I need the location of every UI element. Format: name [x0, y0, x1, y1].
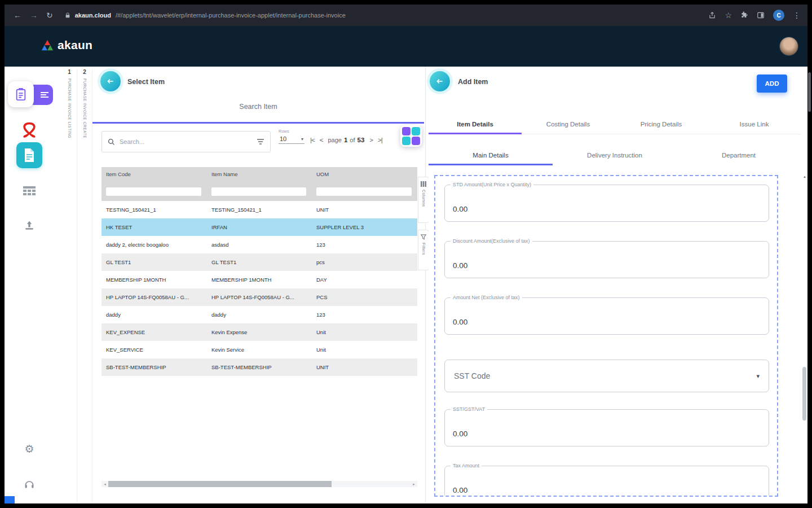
- item-table-row[interactable]: HK TESETIRFANSUPPLER LEVEL 3: [102, 218, 417, 236]
- item-table-row[interactable]: GL TEST1GL TEST1pcs: [102, 253, 417, 271]
- tax-amount-field[interactable]: Tax Amount0.00: [444, 466, 769, 497]
- item-code-cell: HK TESET: [102, 218, 207, 236]
- item-table-row[interactable]: KEV_SERVICEKevin ServiceUnit: [102, 341, 417, 358]
- std-amount-field[interactable]: STD Amount(Unit Price x Quantity)0.00: [444, 185, 769, 222]
- browser-menu-icon[interactable]: ⋮: [793, 11, 801, 19]
- item-name-cell: Kevin Service: [207, 341, 312, 358]
- vertical-scrollbar[interactable]: ▲: [802, 175, 807, 503]
- last-page-button[interactable]: >|: [378, 137, 382, 143]
- item-name-cell: GL TEST1: [207, 253, 312, 271]
- scroll-right-icon[interactable]: ▸: [411, 482, 417, 487]
- subtab-main-details[interactable]: Main Details: [429, 147, 553, 165]
- sidebar-item-table[interactable]: [5, 186, 54, 196]
- grid-view-button[interactable]: [400, 125, 422, 147]
- item-code-cell: SB-TEST-MEMBERSHIP: [102, 358, 207, 376]
- search-input[interactable]: [120, 138, 252, 145]
- extensions-icon[interactable]: [740, 11, 748, 19]
- step-label: PURCHASE INVOICE LISTING: [68, 78, 72, 138]
- tab-item-details[interactable]: Item Details: [429, 116, 522, 134]
- item-table: Item Code Item Name UOM TESTING_150421_1…: [102, 167, 417, 376]
- item-code-cell: MEMBERSHIP 1MONTH: [102, 271, 207, 288]
- field-label: Tax Amount: [451, 463, 482, 468]
- uom-cell: 123: [312, 236, 417, 253]
- item-table-row[interactable]: SB-TEST-MEMBERSHIPSB-TEST-MEMBERSHIPUNIT: [102, 358, 417, 376]
- step-tab-purchase-invoice-create[interactable]: 2 PURCHASE INVOICE CREATE: [77, 69, 92, 503]
- browser-toolbar: ← → ↻ akaun.cloud /#/applets/tnt/wavelet…: [5, 5, 807, 26]
- tab-pricing-details[interactable]: Pricing Details: [615, 116, 708, 134]
- step-tab-purchase-invoice-listing[interactable]: 1 PURCHASE INVOICE LISTING: [62, 69, 77, 503]
- bookmark-star-icon[interactable]: ☆: [725, 11, 732, 19]
- amount-net-field[interactable]: Amount Net (Exclusive of tax)0.00: [444, 297, 769, 335]
- field-label: SST/GST/VAT: [451, 406, 487, 412]
- item-table-row[interactable]: KEV_EXPENSEKevin ExpenseUnit: [102, 323, 417, 341]
- pagination: |< < page 1 of 53 > >|: [310, 137, 382, 143]
- page-scrollbar-thumb[interactable]: [808, 72, 811, 112]
- filters-tab[interactable]: Filters: [418, 230, 429, 270]
- user-avatar[interactable]: [779, 37, 798, 56]
- sst-gst-vat-field[interactable]: SST/GST/VAT0.00: [444, 409, 769, 446]
- clipboard-applet-card[interactable]: [8, 81, 34, 107]
- subtab-delivery-instruction[interactable]: Delivery Instruction: [553, 147, 677, 165]
- first-page-button[interactable]: |<: [310, 137, 315, 143]
- item-search-box[interactable]: [102, 131, 271, 152]
- sidebar-item-document[interactable]: [5, 142, 54, 168]
- header-item-name[interactable]: Item Name: [207, 167, 312, 182]
- add-button[interactable]: ADD: [757, 75, 787, 93]
- address-bar[interactable]: akaun.cloud /#/applets/tnt/wavelet/erp/i…: [65, 12, 700, 19]
- item-name-filter-input[interactable]: [211, 187, 306, 196]
- funnel-icon: [421, 234, 426, 240]
- page-of-label: of: [350, 137, 355, 143]
- screenshot-frame: ← → ↻ akaun.cloud /#/applets/tnt/wavelet…: [0, 0, 812, 508]
- tab-costing-details[interactable]: Costing Details: [522, 116, 615, 134]
- browser-back-icon[interactable]: ←: [14, 11, 21, 19]
- uom-cell: Unit: [312, 323, 417, 341]
- add-item-title: Add Item: [458, 78, 488, 86]
- sidebar-item-upload[interactable]: [5, 220, 54, 231]
- sidebar-item-support[interactable]: [5, 479, 54, 490]
- sst-code-field[interactable]: SST Code▾: [444, 360, 769, 392]
- vertical-scrollbar-thumb[interactable]: [802, 367, 806, 421]
- horizontal-scrollbar-thumb[interactable]: [108, 481, 332, 487]
- filter-lines-icon[interactable]: [257, 138, 264, 145]
- select-item-title: Select Item: [127, 78, 165, 86]
- rows-per-page-select[interactable]: Rows 10 ▾: [279, 129, 304, 144]
- item-table-row[interactable]: daddy 2, electric boogalooasdasd123: [102, 236, 417, 253]
- scroll-left-icon[interactable]: ◂: [102, 482, 108, 487]
- rows-value: 10: [280, 135, 286, 142]
- search-icon: [108, 138, 115, 146]
- akaun-logo: akaun: [41, 38, 92, 52]
- app-header: akaun: [5, 26, 807, 67]
- search-item-header: Search Item: [92, 103, 424, 111]
- discount-amount-field[interactable]: Discount Amount(Exclusive of tax)0.00: [444, 241, 769, 278]
- horizontal-scrollbar[interactable]: ◂ ▸: [102, 481, 417, 487]
- browser-profile-avatar[interactable]: C: [773, 10, 784, 21]
- scroll-up-icon[interactable]: ▲: [802, 175, 807, 178]
- tab-issue-link[interactable]: Issue Link: [708, 116, 801, 134]
- item-table-row[interactable]: HP LAPTOP 14S-FQ0058AU - G...HP LAPTOP 1…: [102, 288, 417, 306]
- item-table-row[interactable]: MEMBERSHIP 1MONTHMEMBERSHIP 1MONTHDAY: [102, 271, 417, 288]
- select-item-back-button[interactable]: [100, 71, 121, 91]
- page-label: page: [328, 137, 341, 143]
- header-uom[interactable]: UOM: [312, 167, 417, 182]
- grid-square-icon: [412, 127, 420, 135]
- add-item-back-button[interactable]: [430, 71, 450, 91]
- url-domain-text: akaun.cloud: [75, 12, 111, 19]
- side-panel-icon[interactable]: [757, 11, 765, 19]
- item-table-row[interactable]: TESTING_150421_1TESTING_150421_1UNIT: [102, 201, 417, 218]
- columns-tab[interactable]: Columns: [418, 177, 429, 223]
- prev-page-button[interactable]: <: [320, 137, 323, 143]
- sidebar-item-active-applet[interactable]: [8, 81, 53, 108]
- sidebar-item-settings[interactable]: ⚙: [5, 443, 54, 456]
- share-icon[interactable]: [708, 11, 716, 19]
- subtab-department[interactable]: Department: [677, 147, 801, 165]
- header-item-code[interactable]: Item Code: [102, 167, 207, 182]
- next-page-button[interactable]: >: [369, 137, 373, 143]
- sidebar-item-pdf[interactable]: [5, 121, 54, 140]
- uom-filter-input[interactable]: [316, 187, 412, 196]
- item-code-filter-input[interactable]: [106, 187, 201, 196]
- bottom-left-accent: [5, 496, 15, 503]
- browser-forward-icon[interactable]: →: [30, 11, 38, 19]
- field-value: 0.00: [453, 205, 467, 213]
- item-table-row[interactable]: daddydaddy123: [102, 306, 417, 323]
- browser-reload-icon[interactable]: ↻: [46, 11, 53, 19]
